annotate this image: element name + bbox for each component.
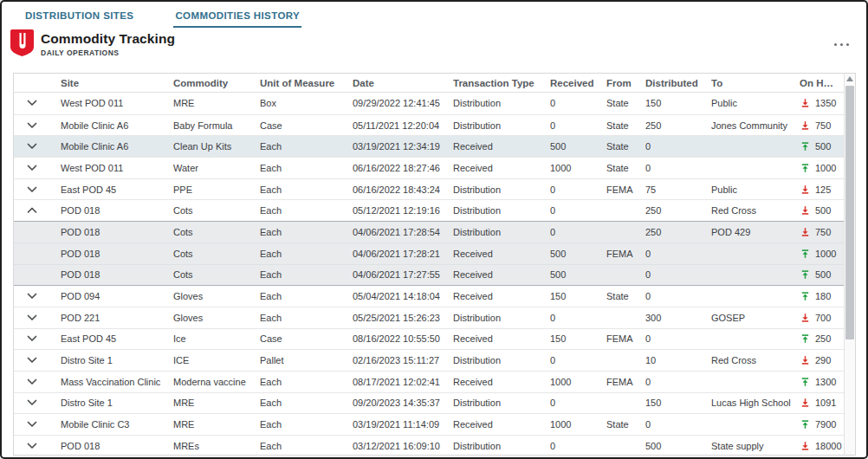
table-row-child[interactable]: POD 018CotsEach04/06/2021 17:27:55Receiv… [14,264,844,286]
date-cell: 09/20/2023 14:35:37 [353,398,453,408]
commodity-cell: MREs [173,441,260,451]
table-row[interactable]: East POD 45IceCase08/16/2022 10:55:50Rec… [14,328,844,350]
chevron-down-icon[interactable] [27,121,39,130]
table-row[interactable]: POD 018MREsEach03/12/2021 16:09:10Distri… [14,435,844,456]
received-cell: 1000 [550,419,606,430]
type-cell: Distribution [453,205,550,216]
table-row-child[interactable]: POD 018CotsEach04/06/2021 17:28:21Receiv… [14,242,844,264]
type-cell: Distribution [453,355,550,365]
chevron-down-icon[interactable] [27,292,39,301]
received-cell: 0 [550,120,606,131]
to-cell: Public [711,184,800,195]
to-cell: POD 429 [711,227,800,237]
commodity-cell: MRE [173,98,260,108]
table-row[interactable]: Mass Vaccination ClinicModerna vaccineEa… [14,371,844,392]
table-row[interactable]: POD 094GlovesEach05/04/2021 14:18:04Rece… [14,285,844,307]
site-cell: Mobile Clinic A6 [61,120,173,131]
stock-decrease-icon [800,205,810,216]
distributed-cell: 150 [645,98,711,108]
date-cell: 04/06/2021 17:28:21 [353,249,453,259]
tab-distribution-sites[interactable]: DISTRIBUTION SITES [23,9,135,26]
app-window: DISTRIBUTION SITES COMMODITIES HISTORY C… [0,0,868,459]
scrollbar-thumb[interactable] [845,86,854,339]
expand-cell [14,206,61,215]
chevron-down-icon[interactable] [27,334,39,343]
table-row[interactable]: East POD 45PPEEach06/16/2022 18:43:24Dis… [14,178,844,200]
to-cell: GOSEP [711,313,800,323]
uom-cell: Each [260,398,353,408]
chevron-down-icon[interactable] [27,398,39,407]
vertical-scrollbar[interactable] [844,74,855,455]
uom-cell: Each [260,441,353,451]
type-cell: Distribution [453,120,550,131]
on-hand-value: 18000 [815,441,842,451]
date-cell: 08/17/2021 12:02:41 [353,377,453,387]
received-cell: 0 [550,313,606,323]
expand-cell [14,142,61,151]
chevron-up-icon[interactable] [27,206,39,215]
uom-cell: Each [260,184,353,195]
scroll-up-arrow-icon[interactable] [846,76,853,81]
type-cell: Received [453,163,550,173]
chevron-down-icon[interactable] [27,142,39,151]
tab-commodities-history[interactable]: COMMODITIES HISTORY [173,9,301,28]
to-cell: State supply [711,441,800,451]
table-row-child[interactable]: POD 018CotsEach04/06/2021 17:28:54Distri… [14,221,844,242]
uom-cell: Box [260,98,353,108]
chevron-down-icon[interactable] [27,420,39,429]
on-hand-value: 1000 [815,249,836,259]
chevron-down-icon[interactable] [27,442,39,450]
date-cell: 02/16/2023 15:11:27 [353,355,453,365]
table-row[interactable]: Mobile Clinic A6Clean Up KitsEach03/19/2… [14,135,844,157]
site-cell: POD 018 [61,269,173,280]
site-cell: POD 018 [61,227,173,237]
site-cell: Mobile Clinic A6 [61,141,173,152]
table-row[interactable]: West POD 011MREBox09/29/2022 12:41:45Dis… [14,93,844,114]
distributed-cell: 250 [645,227,711,237]
site-cell: POD 018 [61,249,173,259]
uom-cell: Each [260,313,353,323]
site-cell: Mobile Clinic C3 [61,419,173,430]
stock-decrease-icon [800,184,810,195]
chevron-down-icon[interactable] [27,164,39,172]
on-hand-cell: 180 [800,291,844,301]
uom-cell: Each [260,163,353,173]
column-header-date: Date [353,78,453,88]
distributed-cell: 0 [645,269,711,280]
from-cell: FEMA [606,184,645,195]
from-cell: State [606,141,645,152]
commodities-history-table: SiteCommodityUnit of MeasureDateTransact… [13,73,856,456]
on-hand-cell: 500 [800,205,844,216]
from-cell: State [606,163,645,173]
chevron-down-icon[interactable] [27,378,39,386]
table-row[interactable]: Distro Site 1ICEPallet02/16/2023 15:11:2… [14,349,844,371]
commodity-cell: Cots [173,249,260,259]
expand-cell [14,121,61,130]
table-row[interactable]: Mobile Clinic A6Baby FormulaCase05/11/20… [14,114,844,136]
chevron-down-icon[interactable] [27,185,39,194]
page-subtitle: DAILY OPERATIONS [41,48,175,57]
table-row[interactable]: Distro Site 1MREEach09/20/2023 14:35:37D… [14,392,844,414]
chevron-down-icon[interactable] [27,99,39,107]
uom-cell: Each [260,249,353,259]
received-cell: 0 [550,441,606,451]
type-cell: Distribution [453,227,550,237]
from-cell: State [606,120,645,131]
table-row[interactable]: POD 221GlovesEach05/25/2021 15:26:23Dist… [14,307,844,328]
more-horizontal-icon[interactable] [832,39,852,49]
column-header-commodity: Commodity [173,78,260,88]
page-title: Commodity Tracking [41,31,175,47]
chevron-down-icon[interactable] [27,314,39,322]
expand-cell [14,164,61,172]
uom-cell: Case [260,120,353,131]
received-cell: 0 [550,184,606,195]
column-header-on-hand: On Hand [800,78,844,88]
stock-increase-icon [800,419,810,430]
table-row[interactable]: POD 018CotsEach05/12/2021 12:19:16Distri… [14,199,844,221]
distributed-cell: 300 [645,313,711,323]
column-header-transaction-type: Transaction Type [453,78,550,88]
table-row[interactable]: West POD 011WaterEach06/16/2022 18:27:46… [14,157,844,178]
received-cell: 150 [550,333,606,344]
chevron-down-icon[interactable] [27,356,39,365]
table-row[interactable]: Mobile Clinic C3MREEach03/19/2021 11:14:… [14,413,844,435]
